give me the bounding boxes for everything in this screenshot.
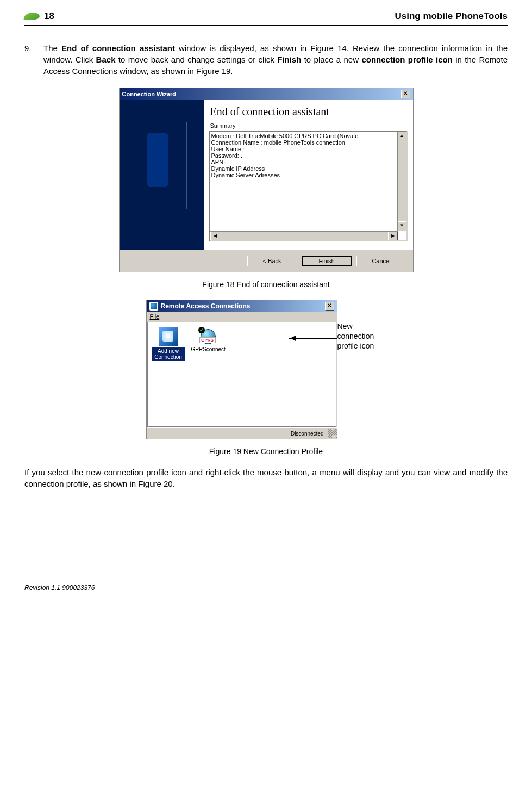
brand-logo-icon <box>23 13 41 20</box>
summary-line: User Name : <box>211 146 405 152</box>
callout-label: New connection profile icon <box>337 321 386 351</box>
bold-profile-icon: connection profile icon <box>361 55 452 64</box>
summary-line: Modem : Dell TrueMobile 5000 GPRS PC Car… <box>211 133 405 139</box>
rac-titlebar: Remote Access Connections ✕ <box>147 300 337 312</box>
wizard-button-row: < Back Finish Cancel <box>120 250 413 272</box>
resize-grip-icon[interactable] <box>328 429 337 438</box>
finish-button[interactable]: Finish <box>302 256 352 266</box>
bold-end-of-connection: End of connection assistant <box>61 44 175 53</box>
scroll-right-icon[interactable]: ▶ <box>388 232 398 240</box>
callout-text: New connection profile icon <box>337 321 386 351</box>
summary-line: Password: ... <box>211 152 405 159</box>
gprs-connect-label: GPRSconnect <box>191 346 224 352</box>
status-bar: Disconnected <box>147 427 337 439</box>
scroll-left-icon[interactable]: ◀ <box>210 232 220 240</box>
summary-textbox[interactable]: Modem : Dell TrueMobile 5000 GPRS PC Car… <box>209 131 408 241</box>
step-9: 9. The End of connection assistant windo… <box>24 42 508 77</box>
step-text: The End of connection assistant window i… <box>43 42 508 77</box>
wizard-titlebar: Connection Wizard ✕ <box>120 88 413 100</box>
summary-line: Dynamic Server Adresses <box>211 172 405 178</box>
close-icon[interactable]: ✕ <box>401 90 410 98</box>
add-new-connection-item[interactable]: Add new Connection <box>152 327 185 361</box>
summary-line: Connection Name : mobile PhoneTools conn… <box>211 139 405 146</box>
rac-title-text: Remote Access Connections <box>161 302 251 310</box>
summary-label: Summary <box>210 122 408 129</box>
wizard-heading: End of connection assistant <box>210 105 408 118</box>
bold-back: Back <box>96 55 116 64</box>
paragraph-after-fig19: If you select the new connection profile… <box>24 467 508 489</box>
bold-finish: Finish <box>277 55 301 64</box>
menu-file[interactable]: File <box>150 313 160 320</box>
figure-18-caption: Figure 18 End of connection assistant <box>24 280 508 289</box>
header-title: Using mobile PhoneTools <box>395 11 508 22</box>
close-icon[interactable]: ✕ <box>325 302 334 311</box>
add-new-icon <box>159 327 178 346</box>
gprs-band-label: GPRS <box>199 337 216 343</box>
window-icon <box>149 302 158 311</box>
page-header: 18 Using mobile PhoneTools <box>24 11 508 26</box>
status-text: Disconnected <box>287 430 328 438</box>
t: The <box>43 44 61 53</box>
gprs-connect-item[interactable]: ✔ GPRS GPRSconnect <box>191 327 224 352</box>
wizard-sidebar-graphic <box>120 100 204 250</box>
add-new-label: Add new Connection <box>152 347 185 361</box>
scroll-up-icon[interactable]: ▲ <box>398 132 406 141</box>
remote-access-window: Remote Access Connections ✕ File Add new… <box>146 300 337 439</box>
step-number: 9. <box>24 42 43 77</box>
menu-bar[interactable]: File <box>147 312 337 321</box>
summary-line: APN: <box>211 159 405 165</box>
callout-arrow-icon <box>289 338 337 339</box>
wizard-title-text: Connection Wizard <box>122 91 177 97</box>
cancel-button[interactable]: Cancel <box>356 256 406 266</box>
scroll-down-icon[interactable]: ▼ <box>398 221 406 231</box>
back-button[interactable]: < Back <box>247 256 297 266</box>
page-number: 18 <box>44 11 54 22</box>
t: to place a new <box>301 55 361 64</box>
vertical-scrollbar[interactable]: ▲ ▼ <box>397 132 406 231</box>
horizontal-scrollbar[interactable]: ◀ ▶ <box>210 231 398 240</box>
t: to move back and change settings or clic… <box>115 55 277 64</box>
figure-19-caption: Figure 19 New Connection Profile <box>24 447 508 456</box>
connection-wizard-window: Connection Wizard ✕ End of connection as… <box>119 88 414 272</box>
checkmark-icon: ✔ <box>198 327 205 333</box>
gprs-icon: ✔ GPRS <box>198 327 217 345</box>
summary-line: Dynamic IP Address <box>211 165 405 172</box>
footer-revision: Revision 1.1 900023376 <box>24 582 236 592</box>
